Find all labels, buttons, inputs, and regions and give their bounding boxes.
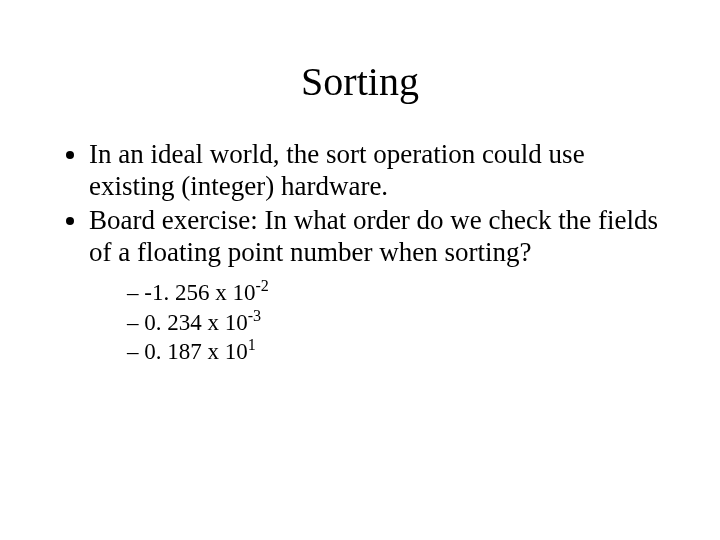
slide: Sorting In an ideal world, the sort oper…: [0, 0, 720, 540]
bullet-item: Board exercise: In what order do we chec…: [89, 205, 665, 367]
example-item: -1. 256 x 10-2: [127, 278, 665, 307]
example-exponent: -2: [255, 278, 268, 295]
bullet-text: Board exercise: In what order do we chec…: [89, 205, 658, 267]
bullet-list: In an ideal world, the sort operation co…: [55, 139, 665, 367]
slide-title: Sorting: [55, 58, 665, 105]
example-item: 0. 187 x 101: [127, 337, 665, 366]
example-list: -1. 256 x 10-2 0. 234 x 10-3 0. 187 x 10…: [89, 278, 665, 366]
example-exponent: 1: [248, 337, 256, 354]
example-item: 0. 234 x 10-3: [127, 308, 665, 337]
example-mantissa: 0. 187 x 10: [144, 339, 248, 364]
example-mantissa: 0. 234 x 10: [144, 310, 248, 335]
bullet-item: In an ideal world, the sort operation co…: [89, 139, 665, 203]
example-exponent: -3: [248, 307, 261, 324]
example-mantissa: -1. 256 x 10: [144, 280, 255, 305]
